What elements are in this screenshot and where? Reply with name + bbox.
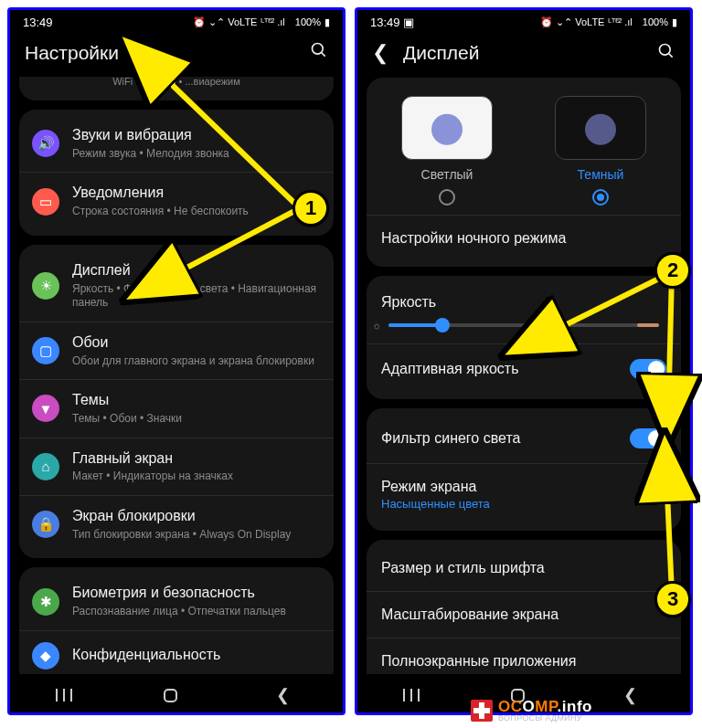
row-blue-filter[interactable]: Фильтр синего света — [367, 414, 681, 463]
app-header: Настройки — [10, 34, 343, 77]
toggle-blue-filter[interactable] — [630, 428, 666, 448]
row-title: Звуки и вибрация — [72, 126, 321, 145]
svg-line-3 — [669, 53, 673, 57]
card-brightness: Яркость ☼ Адаптивная яркость — [367, 276, 681, 399]
page-title: Дисплей — [403, 42, 644, 64]
card-screen: Фильтр синего света Режим экрана Насыщен… — [367, 408, 681, 531]
radio-light[interactable] — [439, 189, 455, 206]
theme-light-preview — [401, 96, 493, 160]
phone-settings: 13:49 ⏰ ⌄⌃ VoLTE ᴸᵀᴱ² .ıl 100%▮ Настройк… — [7, 7, 346, 715]
display-icon: ☀ — [32, 272, 59, 300]
watermark-title: OCOMP.info — [498, 699, 592, 714]
svg-point-0 — [313, 44, 324, 55]
nav-back[interactable]: ❮ — [617, 685, 644, 705]
nav-back[interactable]: ❮ — [270, 685, 297, 705]
row-themes[interactable]: ▼ ТемыТемы • Обои • Значки — [19, 379, 334, 437]
row-biometrics[interactable]: ✱ Биометрия и безопасностьРаспознавание … — [19, 573, 334, 629]
app-header: ❮ Дисплей — [357, 34, 690, 78]
card-font: Размер и стиль шрифта Масштабирование эк… — [367, 540, 681, 690]
search-icon[interactable] — [310, 41, 328, 64]
watermark-flag-icon — [471, 700, 493, 722]
phone-display: 13:49 ▣ ⏰ ⌄⌃ VoLTE ᴸᵀᴱ² .ıl 100%▮ ❮ Дисп… — [355, 7, 693, 715]
radio-dark[interactable] — [592, 189, 609, 206]
back-icon[interactable]: ❮ — [372, 41, 390, 65]
row-home[interactable]: ⌂ Главный экранМакет • Индикаторы на зна… — [19, 438, 334, 495]
status-bar: 13:49 ▣ ⏰ ⌄⌃ VoLTE ᴸᵀᴱ² .ıl 100%▮ — [357, 10, 690, 34]
svg-line-1 — [322, 53, 325, 57]
theme-dark-preview — [555, 96, 646, 160]
status-icons: ⏰ ⌄⌃ VoLTE ᴸᵀᴱ² .ıl 100%▮ — [193, 16, 330, 28]
lock-icon: 🔒 — [32, 511, 59, 538]
card-security: ✱ Биометрия и безопасностьРаспознавание … — [19, 567, 334, 685]
brightness-slider[interactable]: ☼ — [388, 323, 659, 327]
clock: 13:49 ▣ — [370, 16, 414, 29]
brightness-low-icon: ☼ — [372, 320, 381, 331]
wallpaper-icon: ▢ — [32, 337, 59, 364]
row-font[interactable]: Размер и стиль шрифта — [367, 545, 681, 591]
nav-home[interactable] — [164, 689, 177, 702]
row-sound[interactable]: 🔊 Звуки и вибрация Режим звука • Мелодия… — [19, 115, 334, 172]
page-title: Настройки — [25, 42, 297, 64]
card-display-group: ☀ ДисплейЯркость • Фильтр синего света •… — [19, 245, 334, 559]
watermark-sub: ВОПРОСЫ АДМИНУ — [498, 714, 592, 723]
row-wallpaper[interactable]: ▢ ОбоиОбои для главного экрана и экрана … — [19, 322, 334, 379]
toggle-adaptive[interactable] — [630, 359, 666, 379]
row-notifications[interactable]: ▭ Уведомления Строка состояния • Не бесп… — [19, 172, 334, 229]
card-theme: Светлый Темный Настройки ночного режима — [367, 78, 681, 267]
biometrics-icon: ✱ — [32, 588, 59, 616]
row-adaptive[interactable]: Адаптивная яркость — [367, 343, 681, 394]
nav-bar: ❮ — [10, 674, 343, 712]
truncated-card: WiFi • Bluetoo • ...виарежим — [19, 77, 334, 100]
themes-icon: ▼ — [32, 395, 59, 422]
row-sub: Режим звука • Мелодия звонка — [72, 147, 321, 162]
row-privacy[interactable]: ◆ Конфиденциальность — [19, 630, 334, 681]
status-icons: ⏰ ⌄⌃ VoLTE ᴸᵀᴱ² .ıl 100%▮ — [540, 16, 677, 28]
sound-icon: 🔊 — [32, 130, 59, 157]
card-sound-notif: 🔊 Звуки и вибрация Режим звука • Мелодия… — [19, 110, 334, 236]
row-zoom[interactable]: Масштабирование экрана — [367, 591, 681, 638]
row-brightness: Яркость ☼ — [367, 281, 681, 343]
notifications-icon: ▭ — [32, 188, 59, 216]
row-lock[interactable]: 🔒 Экран блокировкиТип блокировки экрана … — [19, 495, 334, 553]
watermark: OCOMP.info ВОПРОСЫ АДМИНУ — [471, 699, 592, 723]
theme-dark[interactable]: Темный — [555, 96, 646, 206]
svg-point-2 — [660, 44, 671, 55]
row-display[interactable]: ☀ ДисплейЯркость • Фильтр синего света •… — [19, 250, 334, 322]
privacy-icon: ◆ — [32, 642, 59, 670]
clock: 13:49 — [23, 16, 53, 29]
search-icon[interactable] — [657, 42, 675, 65]
nav-recents[interactable] — [403, 689, 420, 702]
theme-light[interactable]: Светлый — [401, 96, 493, 206]
row-night-mode[interactable]: Настройки ночного режима — [367, 215, 681, 261]
row-screen-mode[interactable]: Режим экрана Насыщенные цвета — [367, 463, 681, 525]
home-icon: ⌂ — [32, 453, 59, 480]
nav-recents[interactable] — [56, 689, 72, 702]
status-bar: 13:49 ⏰ ⌄⌃ VoLTE ᴸᵀᴱ² .ıl 100%▮ — [10, 10, 343, 34]
